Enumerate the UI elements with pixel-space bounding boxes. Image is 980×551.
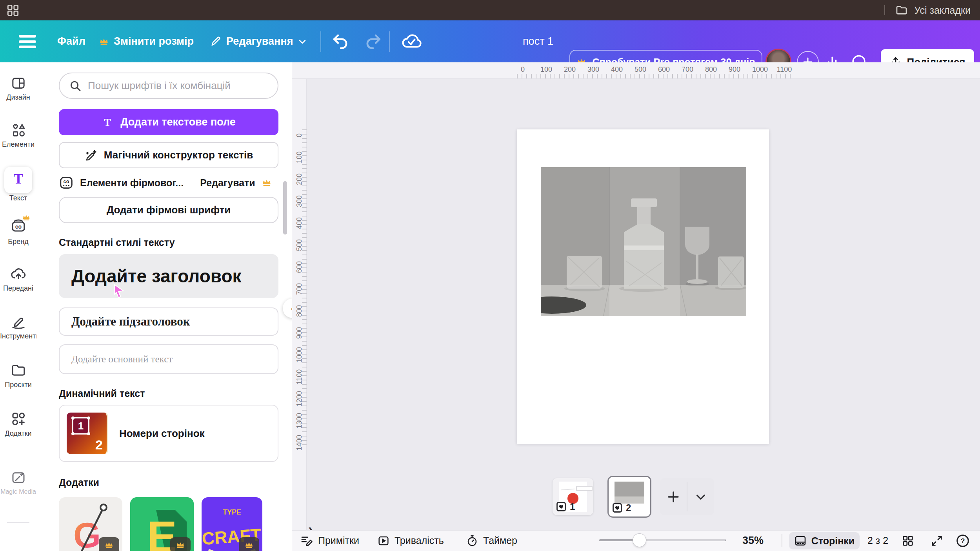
search-placeholder: Пошук шрифтів і їх комбінацій bbox=[88, 80, 231, 92]
sidebar-item-tools[interactable]: Інструменти bbox=[0, 313, 36, 340]
add-brand-fonts-button[interactable]: Додати фірмові шрифти bbox=[59, 197, 278, 223]
ruler-label: 900 bbox=[729, 65, 740, 74]
magic-media-icon bbox=[10, 469, 27, 486]
brand-kit-icon: co bbox=[59, 175, 74, 190]
chevron-down-icon bbox=[695, 491, 707, 503]
magic-write-button[interactable]: Магічний конструктор текстів bbox=[59, 142, 278, 168]
page-thumbnail-1[interactable]: 1 bbox=[553, 478, 593, 515]
crown-icon bbox=[262, 178, 272, 188]
all-bookmarks-label[interactable]: Усі закладки bbox=[914, 5, 971, 16]
ruler-label: 0 bbox=[521, 65, 525, 74]
app-tile-curve-text[interactable]: G bbox=[59, 497, 122, 551]
sidebar-item-magic-media[interactable]: Magic Media bbox=[0, 469, 36, 495]
grid-view-icon bbox=[901, 534, 915, 547]
add-text-box-button[interactable]: T Додати текстове поле bbox=[59, 109, 278, 135]
zoom-slider-end-dot bbox=[725, 540, 726, 541]
sidebar-item-elements[interactable]: Елементи bbox=[0, 122, 36, 149]
help-button[interactable]: ? bbox=[955, 530, 970, 551]
menubar-divider bbox=[320, 31, 321, 52]
editing-mode-menu[interactable]: Редагування bbox=[210, 20, 307, 62]
add-page-button[interactable] bbox=[660, 478, 687, 515]
ruler-label: 200 bbox=[295, 173, 304, 185]
grid-view-button[interactable] bbox=[901, 530, 915, 551]
magic-pen-icon bbox=[84, 149, 98, 162]
folder-icon bbox=[895, 4, 908, 16]
svg-text:T: T bbox=[13, 171, 23, 187]
brand-elements-title: Елементи фірмовог... bbox=[80, 177, 184, 189]
page-options-button[interactable] bbox=[687, 478, 714, 515]
crown-icon bbox=[176, 540, 185, 550]
search-input[interactable]: Пошук шрифтів і їх комбінацій bbox=[59, 73, 278, 99]
pages-icon bbox=[794, 535, 807, 547]
brand-elements-row: co Елементи фірмовог... Редагувати bbox=[59, 174, 278, 191]
hamburger-menu-icon[interactable] bbox=[19, 20, 36, 62]
undo-button[interactable] bbox=[332, 20, 350, 62]
sidebar-item-projects[interactable]: Проєкти bbox=[0, 362, 36, 389]
brand-edit-link[interactable]: Редагувати bbox=[200, 177, 255, 189]
fullscreen-button[interactable] bbox=[930, 530, 944, 551]
ruler-label: 800 bbox=[295, 305, 304, 317]
glassware-photo[interactable] bbox=[541, 167, 746, 316]
add-subheading-card[interactable]: Додайте підзаголовок bbox=[59, 307, 278, 336]
ruler-label: 300 bbox=[295, 195, 304, 207]
svg-text:co: co bbox=[64, 179, 69, 184]
sidebar-item-uploads[interactable]: Передані bbox=[0, 265, 36, 293]
doc-title[interactable]: пост 1 bbox=[523, 20, 553, 62]
redo-button[interactable] bbox=[364, 20, 382, 62]
saved-cloud-check-icon[interactable] bbox=[401, 20, 422, 62]
sidebar-item-brand[interactable]: co Бренд bbox=[0, 217, 36, 246]
crown-icon bbox=[244, 540, 254, 550]
zoom-level[interactable]: 35% bbox=[742, 530, 764, 551]
ruler-label: 1200 bbox=[295, 391, 304, 407]
page-numbers-card[interactable]: 1 2 Номери сторінок bbox=[59, 405, 278, 462]
search-icon bbox=[69, 80, 82, 92]
file-menu[interactable]: Файл bbox=[57, 20, 85, 62]
duration-label: Тривалість bbox=[395, 535, 444, 546]
add-body-text-card[interactable]: Додайте основний текст bbox=[59, 344, 278, 374]
pro-badge bbox=[239, 537, 259, 551]
ruler-label: 800 bbox=[705, 65, 717, 74]
sidebar-item-label: Додатки bbox=[0, 429, 36, 438]
horizontal-ruler-ticks bbox=[517, 74, 791, 78]
pro-badge bbox=[99, 537, 119, 551]
ruler-label: 700 bbox=[682, 65, 693, 74]
sidebar-item-design[interactable]: Дизайн bbox=[0, 75, 36, 102]
timer-button[interactable]: Таймер bbox=[466, 530, 517, 551]
ruler-label: 500 bbox=[635, 65, 646, 74]
page-thumbnail-2-selected[interactable]: 2 bbox=[607, 476, 651, 518]
ruler-label: 0 bbox=[295, 133, 304, 137]
sidebar-divider bbox=[7, 522, 29, 523]
add-body-text-label: Додайте основний текст bbox=[71, 354, 173, 365]
bottombar-divider bbox=[782, 534, 782, 547]
sidebar-item-apps[interactable]: Додатки bbox=[0, 411, 36, 438]
ruler-label: 400 bbox=[611, 65, 623, 74]
ruler-label: 100 bbox=[540, 65, 552, 74]
sidebar-item-text[interactable]: T Текст bbox=[0, 170, 36, 202]
sidebar-item-label: Magic Media bbox=[0, 488, 36, 495]
page-1-badge: 1 bbox=[556, 501, 575, 512]
ruler-label: 600 bbox=[658, 65, 670, 74]
text-panel: Пошук шрифтів і їх комбінацій T Додати т… bbox=[36, 62, 292, 551]
ruler-label: 1000 bbox=[752, 65, 768, 74]
pages-view-label: Сторінки bbox=[811, 535, 855, 547]
duration-button[interactable]: Тривалість bbox=[377, 530, 444, 551]
app-grid-icon[interactable] bbox=[5, 3, 20, 18]
question-circle-icon: ? bbox=[955, 533, 970, 548]
resize-menu[interactable]: Змінити розмір bbox=[99, 20, 194, 62]
panel-scrollbar[interactable] bbox=[283, 181, 287, 235]
text-icon: T bbox=[10, 170, 27, 189]
ruler-label: 1300 bbox=[295, 413, 304, 429]
app-tile-typecraft[interactable]: TYPE CRAFT bbox=[202, 497, 262, 551]
ruler-label: 300 bbox=[587, 65, 599, 74]
crown-icon bbox=[22, 213, 31, 222]
cursor-pointer bbox=[112, 284, 125, 299]
app-title-small: TYPE bbox=[223, 508, 241, 516]
duration-icon bbox=[377, 535, 390, 547]
zoom-slider-handle[interactable] bbox=[633, 534, 646, 547]
notes-button[interactable]: Примітки bbox=[300, 530, 359, 551]
add-heading-card[interactable]: Додайте заголовок bbox=[59, 254, 278, 298]
app-tile-3d-text[interactable]: E bbox=[130, 497, 194, 551]
pro-badge bbox=[170, 537, 191, 551]
pages-view-button[interactable]: Сторінки bbox=[789, 532, 860, 549]
heart-square-icon bbox=[556, 501, 567, 512]
